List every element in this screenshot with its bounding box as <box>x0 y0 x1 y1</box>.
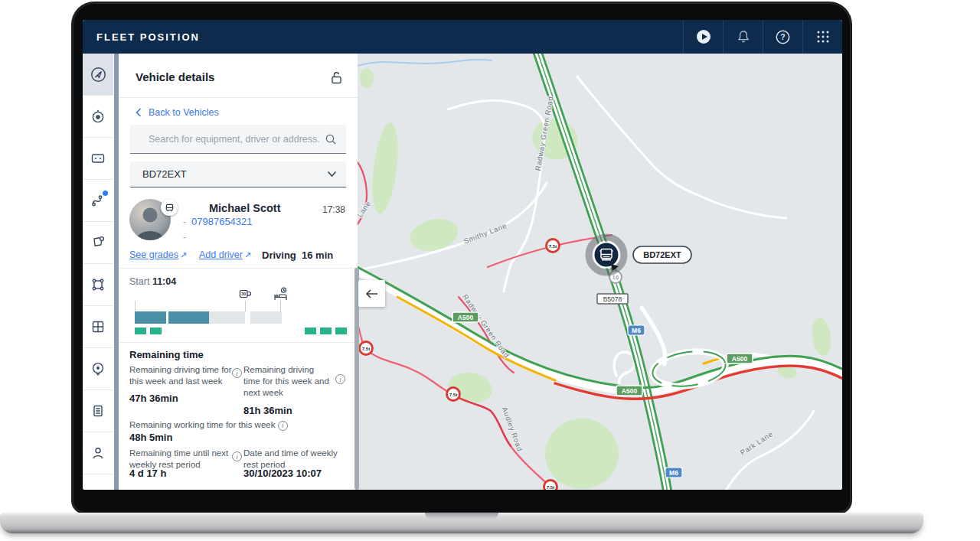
timeline-tick <box>280 301 281 311</box>
route-notification-dot <box>103 191 108 196</box>
navigation-icon <box>90 67 106 83</box>
svg-text:?: ? <box>780 32 785 41</box>
svg-text:A500: A500 <box>622 387 638 395</box>
timeline-segment <box>209 311 245 324</box>
search-box <box>130 125 346 154</box>
last-update-time: 17:38 <box>322 204 345 215</box>
timeline-segment <box>282 311 346 324</box>
search-icon[interactable] <box>325 133 337 145</box>
timeline-bar[interactable]: 30 <box>135 311 346 324</box>
stat-value: 4 d 17 h <box>129 468 166 479</box>
driver-icon <box>90 445 106 461</box>
vehicle-details-panel: Vehicle details Back to Vehicles <box>119 54 358 490</box>
apps-grid-icon <box>816 30 830 44</box>
unlock-icon[interactable] <box>331 71 342 87</box>
timeline-segment <box>250 311 282 324</box>
sidebar-item-area-select[interactable] <box>83 264 113 306</box>
vehicle-selector[interactable]: BD72EXT <box>130 161 346 187</box>
arrow-left-icon <box>365 288 378 299</box>
driving-status: Driving 16 min <box>262 249 333 261</box>
laptop-scoop <box>425 513 498 519</box>
svg-text:A500: A500 <box>458 314 474 321</box>
see-grades-link[interactable]: See grades↗ <box>129 249 187 260</box>
help-button[interactable]: ? <box>763 20 802 54</box>
vehicle-id: BD72EXT <box>142 168 187 180</box>
driver-name: Michael Scott <box>209 202 280 214</box>
svg-text:7.5t: 7.5t <box>362 346 371 351</box>
play-circle-icon <box>695 28 712 45</box>
info-icon[interactable] <box>278 421 288 431</box>
timeline-tick <box>135 301 136 311</box>
svg-text:30: 30 <box>241 292 246 296</box>
sidebar-item-target[interactable] <box>83 96 113 138</box>
apps-button[interactable] <box>802 20 842 54</box>
sidebar <box>83 54 113 490</box>
sidebar-item-tachograph[interactable] <box>83 138 113 180</box>
vehicle-map-label[interactable]: BD72EXT <box>633 246 691 263</box>
play-button[interactable] <box>683 20 723 54</box>
activity-square <box>135 328 146 334</box>
report-icon <box>90 403 106 419</box>
grid-icon <box>90 319 106 334</box>
info-icon[interactable] <box>232 368 242 378</box>
stat-value: 47h 36min <box>129 393 178 404</box>
notifications-button[interactable] <box>723 20 763 54</box>
svg-text:7.5t: 7.5t <box>549 243 557 249</box>
svg-text:16: 16 <box>612 274 619 281</box>
info-icon[interactable] <box>335 374 345 384</box>
external-link-icon: ↗ <box>180 250 187 260</box>
activity-square <box>320 328 332 334</box>
chevron-down-icon <box>327 171 337 178</box>
sidebar-item-geofence[interactable] <box>83 222 113 264</box>
sidebar-item-navigation[interactable] <box>83 54 113 96</box>
activity-square <box>305 328 316 334</box>
sidebar-item-location[interactable] <box>83 348 113 390</box>
divider <box>119 268 358 269</box>
target-icon <box>90 109 106 124</box>
svg-text:M6: M6 <box>669 469 678 477</box>
dash: - <box>183 232 186 243</box>
a500-shield: A500 <box>452 312 479 322</box>
timeline-segment <box>245 311 250 324</box>
app-title: FLEET POSITION <box>96 31 200 43</box>
app-header: FLEET POSITION ? <box>83 20 842 54</box>
header-icons: ? <box>683 20 842 54</box>
info-icon[interactable] <box>232 451 242 461</box>
add-driver-link[interactable]: Add driver↗ <box>199 249 251 260</box>
b5078-shield: B5078 <box>597 294 628 304</box>
app-screen: FLEET POSITION ? <box>83 20 842 490</box>
map-canvas: Radway Green Road Radway Green Road Smit… <box>358 54 842 490</box>
driving-duration: 16 min <box>302 249 333 261</box>
shift-start: Start 11:04 <box>129 276 176 287</box>
sidebar-item-driver[interactable] <box>83 432 113 474</box>
external-link-icon: ↗ <box>244 250 251 260</box>
panel-title: Vehicle details <box>136 70 214 83</box>
search-input[interactable] <box>130 133 325 145</box>
tachograph-icon <box>90 151 106 166</box>
sidebar-item-grid[interactable] <box>83 306 113 348</box>
timeline-tick <box>245 301 246 311</box>
bell-icon <box>736 29 751 44</box>
divider <box>119 97 358 98</box>
svg-text:7.5t: 7.5t <box>449 392 458 397</box>
driver-vehicle-badge <box>161 199 178 216</box>
stage: FLEET POSITION ? <box>0 0 980 541</box>
divider <box>119 342 358 343</box>
collapse-panel-button[interactable] <box>358 280 385 307</box>
map[interactable]: Radway Green Road Radway Green Road Smit… <box>358 54 842 490</box>
truck-mini-icon <box>165 203 175 213</box>
sidebar-item-report[interactable] <box>83 390 113 432</box>
stat-label: Remaining driving time for this week and… <box>129 364 232 387</box>
activity-square <box>150 328 162 334</box>
stat-label: Remaining driving time for this week and… <box>243 364 332 399</box>
vehicle-marker[interactable] <box>589 237 624 272</box>
svg-text:BD72EXT: BD72EXT <box>643 250 681 259</box>
driver-phone-link[interactable]: 07987654321 <box>191 216 253 227</box>
activity-square <box>335 328 347 334</box>
svg-text:A500: A500 <box>732 355 748 363</box>
back-to-vehicles-link[interactable]: Back to Vehicles <box>136 107 219 118</box>
location-icon <box>90 361 106 376</box>
chevron-left-icon <box>136 108 142 117</box>
sidebar-item-route[interactable] <box>83 180 113 222</box>
svg-text:M6: M6 <box>632 327 641 334</box>
